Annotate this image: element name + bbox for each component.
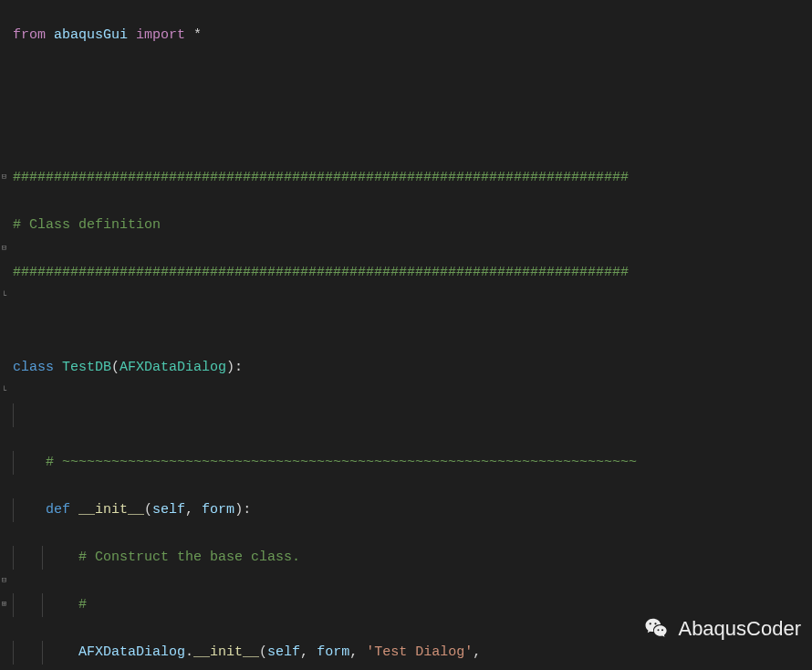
code-line[interactable]: AFXDataDialog.__init__(self, form, 'Test… bbox=[13, 641, 812, 665]
code-line[interactable] bbox=[13, 119, 812, 142]
code-line[interactable]: ########################################… bbox=[13, 261, 812, 285]
fold-gutter: ⊟ ⊟ └ └ ⊟ ⊞ bbox=[0, 0, 9, 670]
fold-bracket-icon[interactable]: └ bbox=[0, 292, 8, 300]
code-editor[interactable]: ⊟ ⊟ └ └ ⊟ ⊞ from abaqusGui import * ####… bbox=[0, 0, 812, 670]
fold-plus-icon[interactable]: ⊞ bbox=[0, 601, 8, 609]
code-line[interactable]: def __init__(self, form): bbox=[13, 498, 812, 522]
code-line[interactable]: ########################################… bbox=[13, 166, 812, 190]
code-line[interactable]: class TestDB(AFXDataDialog): bbox=[13, 356, 812, 380]
watermark-text: AbaqusCoder bbox=[678, 617, 801, 641]
fold-minus-icon[interactable]: ⊟ bbox=[0, 173, 8, 182]
fold-minus-icon[interactable]: ⊟ bbox=[0, 245, 8, 253]
code-line[interactable] bbox=[13, 71, 812, 95]
code-line[interactable]: # Class definition bbox=[13, 214, 812, 237]
fold-minus-icon[interactable]: ⊟ bbox=[0, 577, 8, 585]
code-line[interactable]: # ~~~~~~~~~~~~~~~~~~~~~~~~~~~~~~~~~~~~~~… bbox=[13, 451, 812, 475]
watermark: AbaqusCoder bbox=[643, 615, 801, 643]
code-line[interactable] bbox=[13, 403, 812, 427]
fold-bracket-icon[interactable]: └ bbox=[0, 387, 8, 395]
code-line[interactable] bbox=[13, 309, 812, 332]
code-line[interactable]: # bbox=[13, 593, 812, 617]
code-content[interactable]: from abaqusGui import * ################… bbox=[9, 0, 812, 670]
code-line[interactable]: # Construct the base class. bbox=[13, 546, 812, 570]
wechat-icon bbox=[643, 615, 671, 643]
code-line[interactable]: from abaqusGui import * bbox=[13, 24, 812, 47]
